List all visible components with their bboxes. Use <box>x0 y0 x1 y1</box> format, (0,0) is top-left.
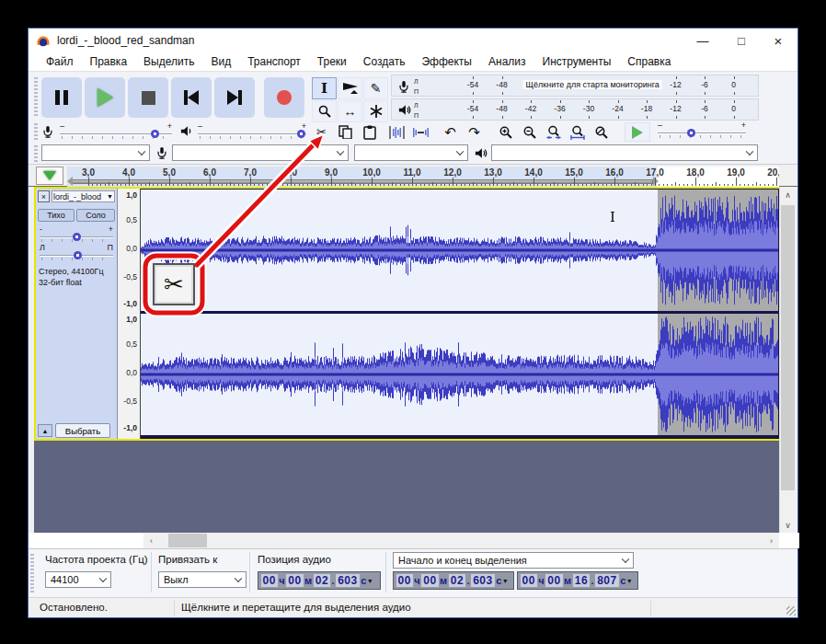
selection-toolbar: Частота проекта (Гц) 44100 Привязать к В… <box>29 548 797 597</box>
track-name-menu[interactable]: lordi_-_blood ▼ <box>52 190 115 202</box>
ruler-label: 17,0 <box>646 167 663 178</box>
menu-Треки[interactable]: Треки <box>309 52 355 71</box>
selection-start-field[interactable]: 00ч00м02.603с▾ <box>393 571 514 590</box>
stop-button[interactable] <box>128 77 168 118</box>
ruler-label: 5,0 <box>163 167 176 178</box>
menu-Вид[interactable]: Вид <box>202 52 239 71</box>
slider-thumb[interactable] <box>74 251 82 259</box>
toolbar-grip[interactable] <box>30 554 34 592</box>
horizontal-scroll-thumb[interactable] <box>168 534 207 547</box>
close-button[interactable]: × <box>763 29 794 52</box>
undo-button[interactable]: ↶ <box>439 122 462 142</box>
menu-Транспорт[interactable]: Транспорт <box>239 52 309 71</box>
time-shift-tool-button[interactable]: ↔ <box>338 100 362 122</box>
pencil-icon: ✎ <box>371 81 382 96</box>
menu-Эффекты[interactable]: Эффекты <box>413 52 480 71</box>
waveform-area: I <box>141 189 779 439</box>
mute-button[interactable]: Тихо <box>38 209 75 222</box>
vertical-ruler[interactable]: 1,00,50,0-0,5-1,0 1,00,50,0-0,5-1,0 <box>118 189 141 439</box>
playback-volume-slider[interactable]: –+ <box>198 124 306 141</box>
selection-range-dropdown[interactable]: Начало и конец выделения <box>393 552 634 569</box>
scroll-right-button[interactable]: › <box>763 533 779 548</box>
audio-host-dropdown[interactable] <box>41 144 150 161</box>
minimize-button[interactable]: — <box>687 29 718 52</box>
monitoring-hint[interactable]: Щёлкните для старта мониторинга <box>523 80 662 89</box>
scroll-up-button[interactable]: ∧ <box>780 187 796 202</box>
toolbar-grip[interactable] <box>34 145 38 162</box>
menu-Создать[interactable]: Создать <box>355 52 414 71</box>
menu-Правка[interactable]: Правка <box>82 52 136 71</box>
cut-button[interactable]: ✂ <box>310 122 333 142</box>
timeline-options-button[interactable] <box>36 167 63 185</box>
fit-selection-icon <box>546 125 561 140</box>
menu-Файл[interactable]: Файл <box>38 52 82 71</box>
paste-button[interactable] <box>358 122 381 142</box>
waveform-channel-left[interactable] <box>141 190 778 311</box>
resize-grip[interactable] <box>786 606 796 615</box>
menu-Анализ[interactable]: Анализ <box>480 52 534 71</box>
zoom-in-button[interactable] <box>494 122 517 142</box>
horizontal-scrollbar[interactable]: ‹ › <box>143 533 779 548</box>
toolbar-grip[interactable] <box>34 77 38 118</box>
caret-down-icon[interactable]: ▾ <box>503 577 507 585</box>
silence-audio-button[interactable] <box>409 122 432 142</box>
waveform-channel-right[interactable] <box>141 314 778 435</box>
redo-button[interactable]: ↷ <box>463 122 486 142</box>
meter-tick-label: -48 <box>496 80 507 89</box>
skip-to-end-button[interactable] <box>214 77 255 118</box>
track-collapse-button[interactable]: ▲ <box>38 424 52 437</box>
track-select-button[interactable]: Выбрать <box>55 423 110 438</box>
menu-Справка[interactable]: Справка <box>619 52 679 71</box>
slider-thumb[interactable] <box>151 130 159 138</box>
project-rate-dropdown[interactable]: 44100 <box>45 571 111 588</box>
playback-meter[interactable]: ЛП -54-48-42-36-30-24-18-12-60 <box>391 98 759 121</box>
track-gain-slider[interactable]: - + <box>40 227 113 242</box>
play-at-speed-button[interactable] <box>625 122 650 142</box>
amplitude-label: 1,0 <box>126 190 137 200</box>
envelope-tool-button[interactable] <box>338 77 362 99</box>
scissors-icon: ✂ <box>316 125 327 139</box>
snap-to-dropdown[interactable]: Выкл <box>158 571 247 588</box>
menu-Выделить[interactable]: Выделить <box>135 52 202 71</box>
zoom-toggle-button[interactable] <box>590 122 613 142</box>
playback-device-dropdown[interactable] <box>491 144 758 161</box>
zoom-tool-button[interactable] <box>312 100 337 122</box>
caret-down-icon[interactable]: ▾ <box>627 577 631 585</box>
trim-audio-button[interactable] <box>385 122 408 142</box>
zoom-out-button[interactable] <box>518 122 541 142</box>
draw-tool-button[interactable]: ✎ <box>363 77 388 99</box>
copy-button[interactable] <box>334 122 357 142</box>
chevron-down-icon <box>99 575 107 582</box>
fit-selection-button[interactable] <box>542 122 565 142</box>
recording-volume-slider[interactable]: –+ <box>60 124 172 141</box>
play-button[interactable] <box>85 77 125 118</box>
record-button[interactable] <box>264 77 304 118</box>
vertical-scrollbar[interactable]: ∧ ∨ <box>779 187 795 533</box>
selection-end-field[interactable]: 00ч00м16.807с▾ <box>517 571 638 590</box>
multi-tool-button[interactable] <box>363 100 388 122</box>
solo-button[interactable]: Соло <box>76 209 115 222</box>
play-speed-slider[interactable]: –+ <box>658 123 746 140</box>
caret-down-icon[interactable]: ▾ <box>368 577 372 585</box>
toolbar-grip[interactable] <box>34 123 38 140</box>
menu-Инструменты[interactable]: Инструменты <box>534 52 620 71</box>
empty-track-area[interactable] <box>34 441 779 533</box>
skip-to-start-button[interactable] <box>171 77 212 118</box>
track-pan-slider[interactable]: Л П <box>40 246 113 260</box>
slider-thumb[interactable] <box>73 233 81 241</box>
fit-project-button[interactable] <box>566 122 589 142</box>
track-close-button[interactable]: × <box>38 190 50 202</box>
vertical-scroll-thumb[interactable] <box>781 205 795 490</box>
timeline-ruler[interactable]: 3,04,05,06,07,08,09,010,011,012,013,014,… <box>67 167 779 187</box>
slider-thumb[interactable] <box>687 129 695 137</box>
maximize-button[interactable]: □ <box>726 29 757 52</box>
audio-position-field[interactable]: 00ч00м02.603с▾ <box>258 571 381 590</box>
scroll-left-button[interactable]: ‹ <box>143 533 159 548</box>
recording-meter[interactable]: ЛП -54-48-12-60Щёлкните для старта монит… <box>391 75 759 97</box>
scroll-down-button[interactable]: ∨ <box>780 517 796 533</box>
recording-channels-dropdown[interactable] <box>354 144 468 161</box>
recording-device-dropdown[interactable] <box>172 144 349 161</box>
selection-tool-button[interactable]: I <box>312 77 337 99</box>
pause-button[interactable] <box>41 77 82 118</box>
slider-thumb[interactable] <box>297 130 305 138</box>
